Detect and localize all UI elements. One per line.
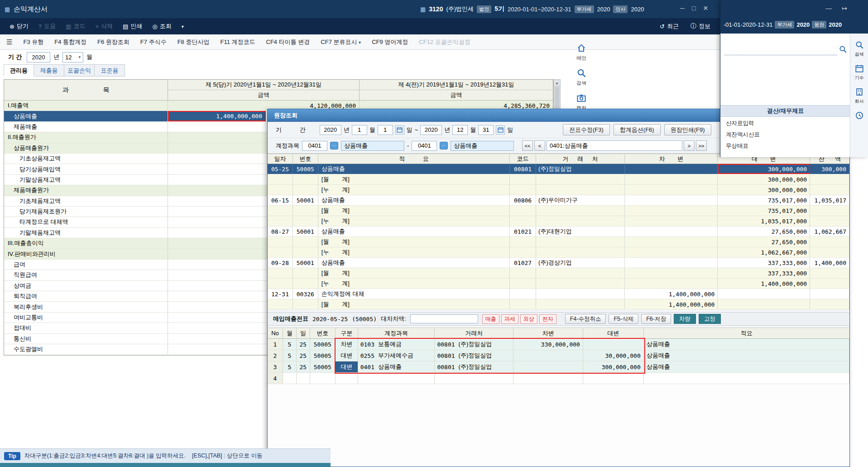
cell-row-no[interactable]: 1 xyxy=(268,339,283,350)
menubar-item[interactable]: F11 계정코드 xyxy=(220,38,255,46)
cell-no[interactable]: 50005 xyxy=(293,164,318,174)
cell-client-code[interactable] xyxy=(510,268,536,278)
cell-debit[interactable] xyxy=(625,185,718,195)
code-help-icon[interactable]: ··· xyxy=(440,142,448,149)
menu-search-input[interactable] xyxy=(724,45,837,55)
cell-client[interactable]: (주)경상기업 xyxy=(536,258,625,268)
cell-date[interactable]: 06-15 xyxy=(268,195,293,205)
cell-debit-amount[interactable] xyxy=(513,373,583,384)
ledger-row[interactable]: [월 계]300,000,000 xyxy=(268,174,849,185)
cell-client-code[interactable] xyxy=(510,174,536,184)
cell-balance[interactable] xyxy=(810,299,849,309)
cell-date[interactable] xyxy=(268,247,293,257)
cell-balance[interactable] xyxy=(810,185,849,195)
cell-debit[interactable] xyxy=(625,279,718,289)
from-month-input[interactable] xyxy=(352,125,367,135)
ledger-row[interactable]: [누 계]1,400,000,000 xyxy=(268,279,849,289)
cell-client-code[interactable]: 01027 xyxy=(510,258,536,268)
cell-credit-amount[interactable]: 30,000,000 xyxy=(583,350,644,361)
cell-client-code[interactable] xyxy=(510,279,536,289)
cell-credit[interactable] xyxy=(718,299,810,309)
strip-clock-button[interactable] xyxy=(855,111,863,122)
cell-client-code[interactable]: 00806 xyxy=(510,195,536,205)
cell-client[interactable]: 00801(주)정일실업 xyxy=(435,361,513,372)
cell-client[interactable] xyxy=(536,206,625,216)
close-button[interactable]: ✕ xyxy=(703,5,708,12)
cell-credit-amount[interactable] xyxy=(583,339,644,350)
cell-client[interactable] xyxy=(536,216,625,226)
subject-cell[interactable]: 통신비 xyxy=(4,334,168,344)
to-year-input[interactable] xyxy=(420,125,442,135)
subject-cell[interactable]: 제품매출원가 xyxy=(4,185,168,195)
minimize-button[interactable]: ─ xyxy=(680,5,685,12)
cell-credit[interactable]: 1,035,017,000 xyxy=(718,216,810,226)
cell-date[interactable]: 12-31 xyxy=(268,289,293,299)
cell-balance[interactable]: 1,035,017 xyxy=(810,195,849,205)
subject-cell[interactable]: I.매출액 xyxy=(4,101,168,111)
cell-description[interactable]: [누 계] xyxy=(318,216,510,226)
cell-date[interactable] xyxy=(268,299,293,309)
strip-calendar-button[interactable]: 기수 xyxy=(855,64,864,81)
cell-no[interactable] xyxy=(293,174,318,184)
cell-debit[interactable]: 1,400,000,000 xyxy=(625,289,718,299)
cell-voucher-no[interactable]: 50005 xyxy=(310,339,336,350)
cell-client-code[interactable] xyxy=(510,237,536,247)
cell-description[interactable] xyxy=(644,373,849,384)
month-select[interactable]: 12 ▾ xyxy=(62,52,83,63)
cell-client[interactable]: (주)정일실업 xyxy=(536,164,625,174)
cell-month[interactable] xyxy=(283,373,297,384)
cell-debit[interactable] xyxy=(625,216,718,226)
cell-client-code[interactable] xyxy=(510,299,536,309)
cell-debit-credit-type[interactable] xyxy=(336,373,358,384)
cell-account[interactable]: 0401상품매출 xyxy=(358,361,435,372)
subject-cell[interactable]: II.매출원가 xyxy=(4,132,168,142)
cell-debit-credit-type[interactable]: 대변 xyxy=(336,361,358,372)
nav-last-button[interactable]: >> xyxy=(696,140,707,151)
menu-item[interactable]: 산자료입력 xyxy=(720,118,850,129)
ledger-row[interactable]: 06-1550001상품매출00806(주)우아미가구735,017,0001,… xyxy=(268,195,849,206)
cell-description[interactable]: 상품매출 xyxy=(644,339,849,350)
cell-day[interactable] xyxy=(297,373,310,384)
cell-client-code[interactable] xyxy=(510,216,536,226)
close-toolbar-button[interactable]: ⊗닫기 xyxy=(5,20,34,32)
cell-credit[interactable]: 735,017,000 xyxy=(718,195,810,205)
cell-client-code[interactable]: 01021 xyxy=(510,226,536,236)
cell-debit-amount[interactable]: 330,000,000 xyxy=(513,339,583,350)
cell-row-no[interactable]: 4 xyxy=(268,373,283,384)
cell-balance[interactable] xyxy=(810,206,849,216)
menu-item[interactable]: 무상태표 xyxy=(720,140,850,152)
cell-date[interactable] xyxy=(268,237,293,247)
cell-date[interactable] xyxy=(268,216,293,226)
journal-row[interactable]: 4 xyxy=(268,373,849,384)
subject-cell[interactable]: IV.판매비와관리비 xyxy=(4,249,168,259)
cell-account[interactable]: 0103보통예금 xyxy=(358,339,435,350)
cell-debit-credit-type[interactable]: 대변 xyxy=(336,350,358,361)
cell-description[interactable]: 상품매출 xyxy=(318,164,510,174)
subject-cell[interactable]: III.매출총이익 xyxy=(4,238,168,248)
subject-cell[interactable]: 당기상품매입액 xyxy=(4,164,168,174)
calendar-icon[interactable] xyxy=(395,125,404,135)
journal-row[interactable]: 152550005차변0103보통예금00801(주)정일실업330,000,0… xyxy=(268,339,849,350)
ledger-row[interactable]: [월 계]1,400,000,000 xyxy=(268,299,849,310)
subject-cell[interactable]: 접대비 xyxy=(4,323,168,333)
cell-date[interactable]: 09-28 xyxy=(268,258,293,268)
cell-row-no[interactable]: 2 xyxy=(268,350,283,361)
subject-cell[interactable]: 당기제품제조원가 xyxy=(4,207,168,217)
cell-debit[interactable] xyxy=(625,206,718,216)
calendar-icon[interactable] xyxy=(496,125,505,135)
info-button[interactable]: ⓘ정보 xyxy=(686,20,715,32)
cell-client[interactable] xyxy=(435,373,513,384)
current-account-input[interactable] xyxy=(547,140,682,151)
inquiry-toolbar-button[interactable]: ◎조회 xyxy=(147,20,176,32)
cell-credit-amount[interactable] xyxy=(583,373,644,384)
cell-debit[interactable] xyxy=(625,195,718,205)
hamburger-icon[interactable]: ☰ xyxy=(6,38,12,46)
diff-amount-input[interactable] xyxy=(410,314,478,323)
panel-minimize-button[interactable]: — xyxy=(825,5,832,12)
tab-관리용[interactable]: 관리용 xyxy=(4,64,34,77)
cell-debit[interactable] xyxy=(625,226,718,236)
cell-credit-redbox[interactable]: 300,000,000 xyxy=(718,164,810,174)
tab-포괄손익[interactable]: 포괄손익 xyxy=(64,64,95,77)
from-year-input[interactable] xyxy=(320,125,341,135)
menubar-item[interactable]: CF4 타이틀 변경 xyxy=(266,38,310,46)
